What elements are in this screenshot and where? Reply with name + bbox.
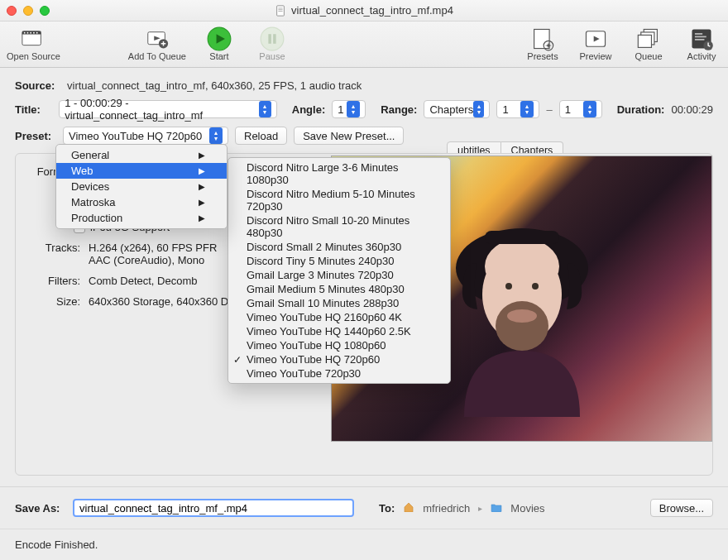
start-button[interactable]: Start	[199, 28, 239, 61]
preset-category-item[interactable]: General▶	[56, 147, 227, 163]
duration-label: Duration:	[617, 103, 665, 116]
window-title: virtual_connect_tag_intro_mf.mp4	[0, 4, 728, 17]
preset-label: Preset:	[15, 130, 56, 142]
pause-icon	[260, 28, 285, 50]
duration-value: 00:00:29	[671, 103, 713, 116]
svg-rect-27	[695, 39, 705, 41]
svg-point-9	[33, 32, 35, 34]
minimize-window-button[interactable]	[23, 6, 33, 16]
pause-button[interactable]: Pause	[252, 28, 292, 61]
preset-web-item[interactable]: Gmail Medium 5 Minutes 480p30	[228, 282, 450, 296]
preset-category-menu[interactable]: General▶Web▶Devices▶Matroska▶Production▶	[55, 144, 228, 229]
start-icon	[207, 28, 232, 50]
tracks-video: H.264 (x264), 60 FPS PFR	[89, 242, 217, 254]
range-separator: –	[546, 103, 552, 116]
status-text: Encode Finished.	[15, 538, 98, 551]
svg-rect-2	[278, 9, 282, 10]
size-value: 640x360 Storage, 640x360 Displa	[89, 295, 251, 308]
svg-rect-36	[485, 231, 559, 244]
size-label: Size:	[31, 295, 80, 308]
title-select[interactable]: 1 - 00:00:29 - virtual_connect_tag_intro…	[59, 100, 277, 118]
open-source-icon	[21, 28, 46, 50]
range-type-select[interactable]: Chapters	[424, 100, 490, 118]
preset-category-item[interactable]: Matroska▶	[56, 194, 227, 210]
preset-category-item[interactable]: Devices▶	[56, 179, 227, 194]
svg-rect-26	[695, 36, 706, 37]
svg-point-8	[31, 32, 32, 34]
svg-point-6	[24, 32, 26, 34]
range-to-select[interactable]: 1	[559, 100, 602, 118]
svg-rect-3	[278, 11, 282, 12]
activity-button[interactable]: Activity	[682, 28, 721, 61]
window-filename: virtual_connect_tag_intro_mf.mp4	[291, 4, 453, 17]
queue-button[interactable]: Queue	[629, 28, 668, 61]
preset-web-item[interactable]: Discord Nitro Small 10-20 Minutes 480p30	[228, 213, 450, 240]
preset-category-item[interactable]: Production▶	[56, 210, 227, 226]
svg-rect-0	[277, 5, 285, 15]
svg-rect-16	[273, 34, 275, 44]
preset-web-item[interactable]: Vimeo YouTube HQ 2160p60 4K	[228, 310, 450, 324]
presets-button[interactable]: Presets	[523, 28, 563, 61]
window-titlebar: virtual_connect_tag_intro_mf.mp4	[0, 0, 728, 22]
add-to-queue-button[interactable]: Add To Queue	[128, 28, 186, 61]
preset-select[interactable]: Vimeo YouTube HQ 720p60	[63, 127, 228, 145]
save-as-label: Save As:	[15, 502, 65, 515]
main-toolbar: Open Source Add To Queue Start Pause Pre…	[0, 22, 728, 68]
preset-web-item[interactable]: Gmail Large 3 Minutes 720p30	[228, 268, 450, 282]
svg-point-35	[532, 283, 539, 290]
svg-point-32	[496, 301, 548, 351]
svg-rect-1	[278, 7, 282, 8]
window-controls	[7, 6, 50, 16]
document-icon	[275, 5, 286, 17]
folder-icon	[491, 502, 502, 515]
reload-button[interactable]: Reload	[235, 127, 287, 145]
source-label: Source:	[15, 79, 60, 92]
filters-label: Filters:	[31, 275, 80, 287]
preset-web-item[interactable]: Vimeo YouTube HQ 1440p60 2.5K	[228, 324, 450, 338]
preset-web-item[interactable]: Vimeo YouTube HQ 1080p60	[228, 338, 450, 352]
save-as-input[interactable]	[73, 499, 354, 517]
open-source-button[interactable]: Open Source	[7, 28, 60, 61]
source-value: virtual_connect_tag_intro_mf, 640x360, 2…	[67, 79, 362, 92]
range-label: Range:	[381, 103, 417, 116]
range-from-select[interactable]: 1	[496, 100, 539, 118]
preset-web-item[interactable]: Vimeo YouTube 720p30	[228, 366, 450, 381]
svg-rect-15	[268, 34, 271, 44]
save-new-preset-button[interactable]: Save New Preset...	[294, 127, 404, 145]
angle-label: Angle:	[292, 103, 325, 116]
angle-select[interactable]: 1	[332, 100, 366, 118]
status-bar: Encode Finished.	[0, 529, 728, 560]
preset-web-item[interactable]: Discord Nitro Large 3-6 Minutes 1080p30	[228, 160, 450, 187]
presets-icon	[530, 28, 555, 50]
tracks-audio: AAC (CoreAudio), Mono	[89, 254, 217, 266]
preset-web-item[interactable]: Discord Nitro Medium 5-10 Minutes 720p30	[228, 187, 450, 213]
preset-web-item[interactable]: Vimeo YouTube HQ 720p60	[228, 352, 450, 366]
svg-point-14	[261, 27, 284, 50]
filters-value: Comb Detect, Decomb	[89, 275, 198, 287]
tracks-label: Tracks:	[31, 242, 80, 254]
browse-button[interactable]: Browse...	[650, 499, 713, 517]
title-label: Title:	[15, 103, 52, 116]
path-folder: Movies	[510, 502, 544, 515]
add-to-queue-icon	[145, 28, 170, 50]
preset-category-item[interactable]: Web▶	[56, 163, 227, 179]
queue-icon	[636, 28, 661, 50]
svg-point-19	[547, 44, 549, 46]
activity-icon	[689, 28, 714, 50]
preset-web-item[interactable]: Gmail Small 10 Minutes 288p30	[228, 296, 450, 310]
to-label: To:	[379, 502, 395, 515]
path-home: mfriedrich	[423, 502, 470, 515]
svg-point-7	[27, 32, 29, 34]
close-window-button[interactable]	[7, 6, 17, 16]
preset-web-item[interactable]: Discord Small 2 Minutes 360p30	[228, 240, 450, 254]
svg-rect-23	[638, 35, 651, 47]
preview-icon	[583, 28, 608, 50]
svg-rect-25	[695, 33, 702, 35]
svg-point-31	[485, 238, 559, 294]
preview-button[interactable]: Preview	[576, 28, 615, 61]
svg-point-33	[507, 309, 537, 323]
preset-web-item[interactable]: Discord Tiny 5 Minutes 240p30	[228, 254, 450, 268]
save-row: Save As: To: mfriedrich ▸ Movies Browse.…	[0, 487, 728, 529]
preset-web-submenu[interactable]: Discord Nitro Large 3-6 Minutes 1080p30D…	[228, 157, 451, 384]
zoom-window-button[interactable]	[40, 6, 50, 16]
